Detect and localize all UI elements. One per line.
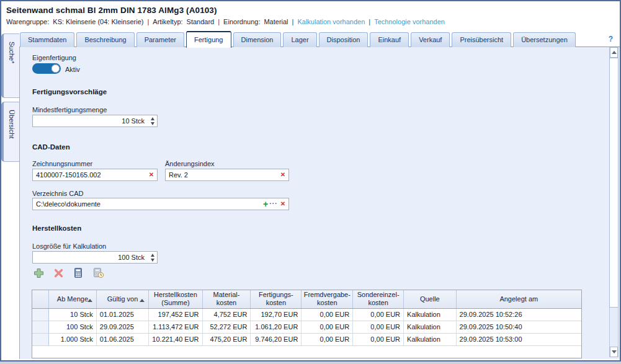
meta-label: Einordnung: [223,18,260,25]
table-cell: Kalkulation [404,308,457,321]
table-cell: 29.09.2025 10:53:00 [456,333,581,345]
table-cell: 197,452 EUR [149,308,202,321]
tab-disposition[interactable]: Disposition [319,32,369,47]
calculator-icon [73,267,84,278]
verzeichnis-cad-input[interactable] [33,198,288,210]
costs-table: Ab MengeGültig vonHerstellkosten (Summe)… [32,290,582,358]
delete-x-icon [53,268,64,278]
table-row[interactable]: 1.000 Stck01.06.202510.221,40 EUR475,20 … [32,333,581,345]
clear-icon[interactable]: ✕ [280,198,286,210]
tab-lager[interactable]: Lager [283,32,316,47]
side-tab-label: Übersicht [8,110,16,138]
row-selector-cell[interactable] [32,308,49,321]
column-header-fertigungs-[interactable]: Fertigungs- kosten [251,290,302,308]
table-cell: 29.09.2025 [96,321,149,333]
meta-link-kalkulation-vorhanden[interactable]: Kalkulation vorhanden [297,18,365,25]
arrow-down-icon [612,350,617,353]
tab-dimension[interactable]: Dimension [233,32,282,47]
calculator-clock-icon [92,267,104,278]
table-cell: 01.01.2025 [96,308,149,321]
spin-down-icon[interactable] [151,122,154,125]
column-header-quelle[interactable]: Quelle [404,290,457,308]
mindestfertigungsmenge-stepper[interactable] [151,117,154,125]
tab-stammdaten[interactable]: Stammdaten [20,32,74,47]
side-tab-label: Suche* [8,42,16,63]
column-header-fremdvergabe-[interactable]: Fremdvergabe- kosten [302,290,353,308]
meta-link-technologie-vorhanden[interactable]: Technologie vorhanden [374,18,445,25]
side-tab-suche-[interactable]: Suche* [1,33,19,98]
table-cell: 01.06.2025 [96,333,149,345]
tab-preisübersicht[interactable]: Preisübersicht [452,32,511,47]
tab-übersetzungen[interactable]: Übersetzungen [513,32,576,47]
spin-down-icon[interactable] [151,259,154,262]
aenderungsindex-input[interactable] [166,169,288,180]
side-tab-strip: Suche*Übersicht [1,33,19,162]
table-cell: 0,00 EUR [302,333,353,345]
table-cell: 0,00 EUR [353,308,404,321]
article-header: Seitenwand schmal Bl 2mm DIN 1783 AlMg3 … [1,1,620,30]
header-meta: Warengruppe:KS: Kleinserie (04: Kleinser… [6,18,620,25]
clear-icon[interactable]: ✕ [148,169,154,180]
meta-sep: | [218,18,220,25]
meta-sep: | [369,18,370,25]
mindestfertigungsmenge-label: Mindestfertigungsmenge [32,106,107,113]
delete-row-button[interactable] [52,267,65,279]
app-window: Seitenwand schmal Bl 2mm DIN 1783 AlMg3 … [0,0,621,362]
table-cell: 52,272 EUR [202,321,251,333]
spin-up-icon[interactable] [151,254,154,257]
losgroesse-field [32,251,158,264]
eigenfertigung-toggle[interactable] [32,63,61,74]
table-row[interactable]: 10 Stck01.01.2025197,452 EUR4,752 EUR192… [32,308,581,321]
tab-beschreibung[interactable]: Beschreibung [76,32,134,47]
scheduled-calculation-button[interactable] [92,267,104,279]
column-header-herstellkosten[interactable]: Herstellkosten (Summe) [149,290,202,308]
arrow-up-icon [612,51,617,54]
column-header-ab-menge[interactable]: Ab Menge [49,290,97,308]
tab-einkauf[interactable]: Einkauf [370,32,409,47]
add-row-button[interactable] [32,267,45,279]
losgroesse-label: Losgröße für Kalkulation [32,242,106,250]
column-header-gültig-von[interactable]: Gültig von [96,290,149,308]
clear-icon[interactable]: ✕ [280,169,286,180]
add-icon[interactable]: + [262,198,269,210]
toggle-knob-icon [51,64,60,73]
table-cell: 0,00 EUR [302,321,353,333]
help-icon[interactable]: ? [609,35,613,43]
meta-value: Standard [187,18,215,25]
losgroesse-stepper[interactable] [151,254,154,262]
scroll-up-button[interactable] [610,47,618,58]
meta-sep: | [292,18,294,25]
vertical-scrollbar[interactable] [609,47,619,357]
plus-icon [33,267,45,279]
eigenfertigung-label: Eigenfertigung [32,54,76,61]
mindestfertigungsmenge-input[interactable] [33,115,157,127]
row-selector-cell[interactable] [32,321,49,333]
tab-verkauf[interactable]: Verkauf [411,32,450,47]
zeichnungsnummer-label: Zeichnungsnummer [32,160,92,167]
verzeichnis-cad-field: + ··· ✕ [32,198,289,210]
tab-fertigung[interactable]: Fertigung [186,31,231,48]
spin-up-icon[interactable] [151,117,154,120]
tab-parameter[interactable]: Parameter [136,32,184,47]
row-selector-cell[interactable] [32,333,49,345]
zeichnungsnummer-input[interactable] [33,169,157,180]
column-header-material-[interactable]: Material- kosten [202,290,251,308]
table-row[interactable]: 100 Stck29.09.20251.113,472 EUR52,272 EU… [32,321,581,333]
meta-sep: | [147,18,149,25]
table-cell: 1.000 Stck [49,333,97,345]
browse-icon[interactable]: ··· [269,198,278,210]
scroll-down-button[interactable] [610,347,618,357]
scrollbar-thumb[interactable] [609,58,619,308]
losgroesse-input[interactable] [33,252,157,263]
table-cell: 192,70 EUR [251,308,302,321]
tab-strip: StammdatenBeschreibungParameterFertigung… [20,30,601,47]
sort-asc-icon [87,299,92,302]
column-header-sondereinzel-[interactable]: Sondereinzel- kosten [353,290,404,308]
cad-daten-heading: CAD-Daten [32,143,70,151]
column-header-angelegt-am[interactable]: Angelegt am [456,290,581,308]
calculate-button[interactable] [72,267,84,279]
table-cell: 10.221,40 EUR [149,333,202,345]
mindestfertigungsmenge-field [32,115,158,127]
side-tab-übersicht[interactable]: Übersicht [1,102,19,162]
meta-label: Artikeltyp: [153,18,182,25]
